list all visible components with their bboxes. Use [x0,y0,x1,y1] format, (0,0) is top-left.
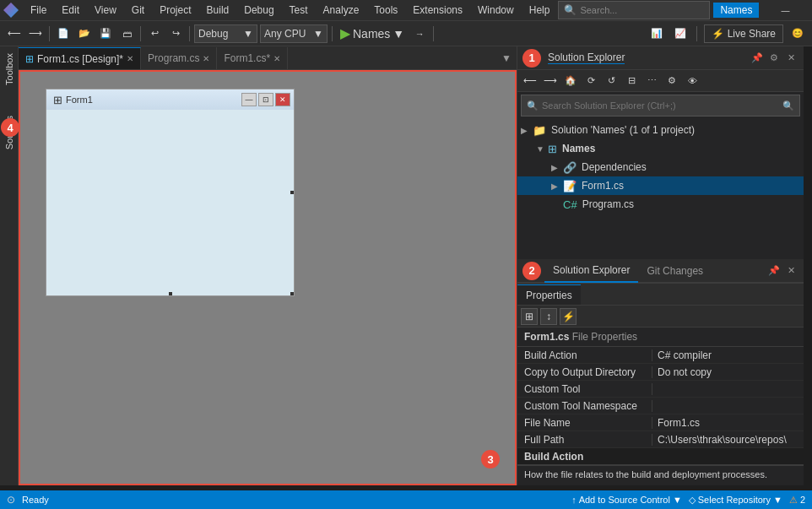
se-preview-btn[interactable]: 👁 [683,72,701,90]
menu-view[interactable]: View [88,1,123,19]
resize-handle-bottom[interactable] [169,292,172,295]
status-select-repo[interactable]: ◇ Select Repository ▼ [689,495,782,506]
badge-2: 2 [522,262,541,280]
names-badge: Names [713,3,759,18]
global-search[interactable]: 🔍 Search... [558,1,710,19]
se-sync-btn[interactable]: ⟳ [582,72,600,90]
tab-form1-design[interactable]: ⊞ Form1.cs [Design]* ✕ [19,47,141,69]
run-button[interactable]: ▶ Names ▼ [337,25,408,41]
toolbar-undo[interactable]: ↩ [145,24,164,43]
notification-icon: ⚠ [789,495,798,506]
tab-overflow[interactable]: ▼ [496,47,517,69]
cpu-platform-dropdown[interactable]: Any CPU ▼ [260,24,328,43]
tab-close-program[interactable]: ✕ [203,54,209,63]
tree-item-dependencies[interactable]: ▶ 🔗 Dependencies [517,158,804,176]
app-logo [3,1,19,19]
menu-git[interactable]: Git [125,1,151,19]
form-restore-btn[interactable]: ⊡ [258,93,273,106]
toolbar-new[interactable]: 📄 [54,24,73,43]
tab-solution-explorer-bottom[interactable]: Solution Explorer [544,259,638,283]
prop-row-custom-tool-ns: Custom Tool Namespace [517,398,804,414]
toolbar-separator-6 [696,26,697,41]
toolbar-back[interactable]: ⟵ [5,24,24,43]
resize-handle-right[interactable] [290,191,294,194]
prop-pin-btn[interactable]: 📌 [766,263,782,279]
se-settings-btn[interactable]: ⚙ [766,51,782,66]
form-body [46,110,294,295]
toolbar-save-all[interactable]: 🗃 [117,24,136,43]
menu-test[interactable]: Test [283,1,315,19]
toolbar-diag[interactable]: 📊 [647,24,666,43]
status-add-source[interactable]: ↑ Add to Source Control ▼ [571,495,682,505]
menu-help[interactable]: Help [522,1,557,19]
solution-explorer-title: Solution Explorer [548,51,625,64]
menu-debug[interactable]: Debug [237,1,280,19]
menu-extensions[interactable]: Extensions [406,1,469,19]
se-search-input[interactable] [542,100,779,111]
tab-form1-cs[interactable]: Form1.cs* ✕ [217,47,288,69]
tree-item-solution[interactable]: ▶ 📁 Solution 'Names' (1 of 1 project) [517,121,804,139]
tree-item-names[interactable]: ▼ ⊞ Names [517,139,804,158]
se-collapse-btn[interactable]: ⊟ [622,72,641,90]
menu-window[interactable]: Window [471,1,521,19]
menu-edit[interactable]: Edit [55,1,86,19]
form-close-btn[interactable]: ✕ [275,93,290,106]
se-home-btn[interactable]: 🏠 [561,72,580,90]
toolbar-open[interactable]: 📂 [75,24,94,43]
prop-file-name: Form1.cs [524,331,569,343]
menu-analyze[interactable]: Analyze [317,1,366,19]
tab-bar: ⊞ Form1.cs [Design]* ✕ Program.cs ✕ Form… [19,46,517,70]
se-forward-btn[interactable]: ⟶ [541,72,560,90]
toolbox-label[interactable]: Toolbox [4,46,14,92]
prop-tool-events[interactable]: ⚡ [560,308,577,325]
form-titlebar[interactable]: ⊞ Form1 — ⊡ ✕ [46,89,294,110]
status-notifications[interactable]: ⚠ 2 [789,495,805,506]
prop-close-btn[interactable]: ✕ [783,263,798,279]
prop-name-full-path: Full Path [517,434,652,446]
menu-build[interactable]: Build [200,1,236,19]
toolbar-forward[interactable]: ⟶ [26,24,45,43]
liveshare-button[interactable]: ⚡ Live Share [704,24,783,43]
se-pin-btn[interactable]: 📌 [750,51,765,66]
tree-arrow-form1[interactable]: ▶ [551,181,561,191]
restore-button[interactable]: ⊡ [806,0,812,22]
se-search-box[interactable]: 🔍 🔍 [521,95,800,116]
se-filter-btn[interactable]: ⋯ [642,72,661,90]
tab-close-form1-design[interactable]: ✕ [127,54,133,63]
se-refresh-btn[interactable]: ↺ [602,72,620,90]
se-search-expand-icon[interactable]: 🔍 [782,100,794,111]
toolbar-save[interactable]: 💾 [96,24,115,43]
prop-tool-category[interactable]: ⊞ [521,308,538,325]
form-minimize-btn[interactable]: — [241,93,257,106]
se-panel-bottom-tabs: 2 Solution Explorer Git Changes 📌 ✕ [517,259,804,283]
toolbar-step-over[interactable]: → [410,24,429,43]
tab-close-form1-cs[interactable]: ✕ [273,54,280,63]
se-back-btn[interactable]: ⟵ [521,72,539,90]
tab-label-form1-design: Form1.cs [Design]* [37,53,123,65]
tree-item-form1cs[interactable]: ▶ 📝 Form1.cs [517,176,804,195]
debug-config-dropdown[interactable]: Debug ▼ [194,24,257,43]
tree-label-solution: Solution 'Names' (1 of 1 project) [551,124,695,136]
toolbox-sidebar[interactable]: 4 Toolbox Sources [0,46,19,485]
minimize-button[interactable]: — [766,0,804,22]
tree-arrow-solution[interactable]: ▶ [521,126,531,135]
menu-file[interactable]: File [24,1,53,19]
upload-icon: ↑ [571,495,577,505]
prop-row-custom-tool: Custom Tool [517,381,804,398]
resize-handle-corner[interactable] [290,292,294,295]
tree-item-programcs[interactable]: C# Program.cs [517,195,804,214]
badge-4: 4 [1,118,19,137]
tree-arrow-names[interactable]: ▼ [536,144,546,154]
tab-program[interactable]: Program.cs ✕ [141,47,217,69]
toolbar-feedback[interactable]: 😊 [788,24,807,43]
se-settings2-btn[interactable]: ⚙ [663,72,681,90]
se-close-btn[interactable]: ✕ [783,51,798,66]
prop-tool-sort[interactable]: ↕ [540,308,557,325]
tab-git-changes[interactable]: Git Changes [638,259,712,283]
menu-project[interactable]: Project [153,1,198,19]
menu-tools[interactable]: Tools [367,1,404,19]
toolbar-perf[interactable]: 📈 [671,24,690,43]
prop-tab-properties[interactable]: Properties [517,284,581,305]
tree-arrow-deps[interactable]: ▶ [551,163,561,172]
toolbar-redo[interactable]: ↪ [166,24,185,43]
